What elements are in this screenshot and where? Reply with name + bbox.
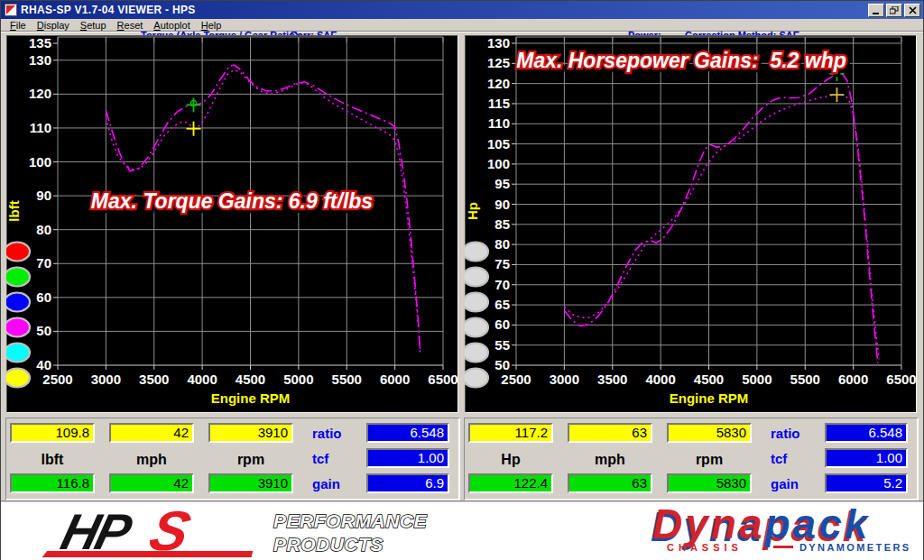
channel-button-2[interactable]	[6, 268, 30, 287]
x-tick-label: 2500	[501, 372, 531, 387]
gain-value-box: 5.2	[825, 473, 908, 493]
restore-button[interactable]	[886, 4, 902, 17]
ratio-value-box: 6.548	[366, 423, 449, 443]
minimize-button[interactable]	[868, 4, 884, 17]
x-tick-label: 6000	[838, 372, 868, 387]
close-icon	[909, 6, 917, 14]
run2-value-box: 122.4	[468, 473, 553, 493]
x-tick-label: 4500	[694, 372, 724, 387]
hps-performance-text: PERFORMANCE	[273, 510, 427, 531]
y-tick-label: 85	[494, 216, 510, 232]
channel-button-1[interactable]	[465, 243, 488, 262]
run2-value-box: 5830	[667, 473, 752, 493]
y-tick-label: 75	[494, 256, 510, 271]
cursor-value-box: 63	[568, 423, 652, 443]
y-tick-label: 125	[487, 55, 510, 70]
x-tick-label: 4000	[187, 372, 217, 387]
tcf-value-box: 1.00	[825, 448, 908, 468]
x-tick-label: 5000	[742, 372, 772, 387]
curve-modified	[564, 74, 877, 363]
y-tick-label: 50	[36, 323, 51, 338]
x-tick-label: 3000	[91, 372, 121, 387]
ratio-value-box: 6.548	[825, 423, 908, 443]
menu-help[interactable]: Help	[196, 20, 227, 31]
x-tick-label: 6500	[428, 372, 457, 387]
cursor-marker	[829, 87, 844, 102]
menu-display[interactable]: Display	[32, 20, 75, 31]
x-tick-label: 3500	[139, 372, 169, 387]
x-tick-label: 5000	[283, 372, 313, 387]
unit-label: mph	[109, 452, 194, 468]
menu-file[interactable]: File	[5, 20, 32, 31]
y-tick-label: 120	[487, 76, 510, 91]
y-tick-label: 50	[494, 357, 510, 372]
menu-reset[interactable]: Reset	[112, 20, 149, 31]
power-chart-panel: 2500300035004000450050005500600065001301…	[465, 35, 916, 412]
cursor-value-box: 42	[109, 423, 194, 443]
y-tick-label: 95	[494, 176, 510, 191]
annotation-text: Max. Torque Gains: 6.9 ft/lbs	[91, 189, 373, 213]
channel-button-6[interactable]	[465, 369, 488, 388]
x-tick-label: 5500	[332, 372, 362, 387]
y-tick-label: 80	[494, 236, 510, 252]
y-tick-label: 60	[494, 317, 510, 332]
run2-value-box: 63	[568, 473, 652, 493]
window-title: RHAS-SP V1.7-04 VIEWER - HPS	[21, 4, 196, 16]
y-tick-label: 130	[29, 52, 51, 68]
tcf-label: tcf	[312, 451, 328, 466]
restore-icon	[890, 6, 899, 14]
y-tick-label: 100	[29, 154, 51, 170]
dynapack-logo: Dynapack Dynapack CHASSIS DYNAMOMETERS	[586, 509, 921, 555]
close-button[interactable]	[904, 4, 920, 17]
cursor-marker	[187, 97, 201, 112]
y-tick-label: 110	[30, 120, 51, 135]
torque-chart-panel: 2500300035004000450050005500600065001351…	[6, 35, 457, 412]
channel-button-4[interactable]	[6, 318, 30, 337]
power-readout-panel: 117.2 63 5830 Hp mph rpm 122.4 63 5830 r…	[464, 418, 918, 500]
annotation-text: Max. Horsepower Gains: 5.2 whp	[516, 49, 846, 72]
x-axis-title: Engine RPM	[670, 390, 749, 406]
channel-button-4[interactable]	[465, 318, 488, 337]
y-tick-label: 115	[488, 96, 510, 111]
unit-label: rpm	[667, 452, 752, 468]
channel-button-3[interactable]	[465, 293, 488, 312]
x-tick-label: 3000	[550, 372, 579, 387]
channel-button-5[interactable]	[6, 344, 30, 363]
y-tick-label: 55	[494, 337, 510, 353]
y-tick-label: 60	[36, 289, 51, 305]
x-tick-label: 3500	[597, 372, 627, 387]
x-tick-label: 5500	[790, 372, 820, 387]
menu-setup[interactable]: Setup	[75, 20, 112, 31]
channel-button-5[interactable]	[465, 344, 488, 363]
y-tick-label: 135	[29, 35, 51, 50]
x-axis-title: Engine RPM	[211, 390, 291, 406]
cursor-value-box: 3910	[208, 423, 293, 443]
x-tick-label: 4500	[236, 372, 265, 387]
dynamometers-text: DYNAMOMETERS	[799, 542, 911, 553]
channel-button-1[interactable]	[6, 243, 30, 262]
hps-logo: HP S PERFORMANCE PRODUCTS	[23, 505, 429, 559]
y-tick-label: 80	[36, 222, 51, 237]
channel-button-2[interactable]	[465, 268, 488, 287]
cursor-value-box: 5830	[667, 423, 752, 443]
unit-label: lbft	[10, 452, 95, 468]
menu-autoplot[interactable]: Autoplot	[148, 20, 195, 31]
title-bar[interactable]: RHAS-SP V1.7-04 VIEWER - HPS	[1, 1, 923, 19]
channel-button-3[interactable]	[6, 293, 30, 312]
gain-label: gain	[771, 476, 799, 491]
x-tick-label: 6500	[886, 372, 916, 387]
curve-baseline	[564, 95, 879, 359]
y-tick-label: 100	[487, 156, 510, 171]
gain-value-box: 6.9	[366, 473, 449, 493]
y-tick-label: 130	[487, 35, 510, 50]
logo-band: HP S PERFORMANCE PRODUCTS Dynapack Dynap…	[1, 503, 923, 560]
x-tick-label: 6000	[380, 372, 410, 387]
channel-button-6[interactable]	[6, 369, 30, 388]
y-tick-label: 90	[494, 197, 510, 212]
run2-value-box: 42	[109, 473, 194, 493]
run2-value-box: 116.8	[10, 473, 95, 493]
unit-label: rpm	[208, 452, 293, 468]
app-icon	[5, 4, 17, 16]
torque-chart: 2500300035004000450050005500600065001351…	[6, 35, 457, 412]
run2-value-box: 3910	[208, 473, 293, 493]
